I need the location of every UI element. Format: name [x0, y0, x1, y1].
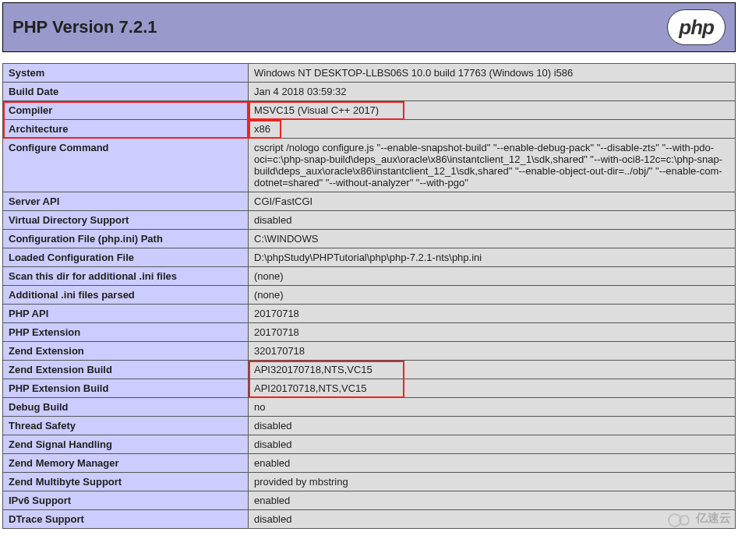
- table-row: Virtual Directory Supportdisabled: [3, 211, 736, 230]
- row-label: System: [3, 64, 249, 83]
- table-row: Zend Extension BuildAPI320170718,NTS,VC1…: [3, 361, 736, 379]
- row-value: 20170718: [249, 323, 736, 342]
- table-row: PHP Extension BuildAPI20170718,NTS,VC15: [3, 379, 736, 398]
- row-value: cscript /nologo configure.js "--enable-s…: [249, 139, 736, 192]
- php-logo-text: php: [679, 17, 714, 37]
- row-value: API320170718,NTS,VC15: [249, 361, 736, 379]
- row-label: Zend Multibyte Support: [3, 473, 249, 491]
- row-label: Virtual Directory Support: [3, 211, 249, 230]
- table-row: CompilerMSVC15 (Visual C++ 2017): [3, 101, 736, 120]
- row-value: no: [249, 398, 736, 417]
- row-label: Server API: [3, 192, 249, 211]
- row-label: Loaded Configuration File: [3, 248, 249, 267]
- page-title: PHP Version 7.2.1: [12, 17, 157, 37]
- row-label: Zend Extension: [3, 342, 249, 361]
- row-label: Build Date: [3, 83, 249, 101]
- row-label: PHP Extension: [3, 323, 249, 342]
- row-value: API20170718,NTS,VC15: [249, 379, 736, 398]
- row-label: Configure Command: [3, 139, 249, 192]
- row-value: enabled: [249, 454, 736, 473]
- row-label: IPv6 Support: [3, 491, 249, 510]
- row-value: enabled: [249, 491, 736, 510]
- row-value: disabled: [249, 510, 736, 529]
- row-label: Zend Memory Manager: [3, 454, 249, 473]
- row-value: disabled: [249, 417, 736, 435]
- phpinfo-table: SystemWindows NT DESKTOP-LLBS06S 10.0 bu…: [2, 63, 736, 529]
- table-row: IPv6 Supportenabled: [3, 491, 736, 510]
- row-label: Thread Safety: [3, 417, 249, 435]
- table-row: Architecturex86: [3, 120, 736, 139]
- row-value: provided by mbstring: [249, 473, 736, 491]
- table-row: Zend Signal Handlingdisabled: [3, 435, 736, 454]
- table-row: Configure Commandcscript /nologo configu…: [3, 139, 736, 192]
- table-row: Configuration File (php.ini) PathC:\WIND…: [3, 230, 736, 248]
- table-row: Zend Multibyte Supportprovided by mbstri…: [3, 473, 736, 491]
- table-row: Scan this dir for additional .ini files(…: [3, 267, 736, 286]
- page: PHP Version 7.2.1 php SystemWindows NT D…: [2, 2, 736, 529]
- row-value: 320170718: [249, 342, 736, 361]
- row-label: Zend Signal Handling: [3, 435, 249, 454]
- row-label: Architecture: [3, 120, 249, 139]
- row-value: disabled: [249, 211, 736, 230]
- row-value: MSVC15 (Visual C++ 2017): [249, 101, 736, 120]
- row-label: Additional .ini files parsed: [3, 286, 249, 305]
- php-logo: php: [667, 9, 726, 45]
- row-value: Windows NT DESKTOP-LLBS06S 10.0 build 17…: [249, 64, 736, 83]
- row-value: (none): [249, 286, 736, 305]
- table-row: SystemWindows NT DESKTOP-LLBS06S 10.0 bu…: [3, 64, 736, 83]
- table-row: Zend Extension320170718: [3, 342, 736, 361]
- row-value: 20170718: [249, 305, 736, 323]
- table-row: DTrace Supportdisabled: [3, 510, 736, 529]
- table-row: Debug Buildno: [3, 398, 736, 417]
- row-value: Jan 4 2018 03:59:32: [249, 83, 736, 101]
- phpinfo-header: PHP Version 7.2.1 php: [2, 2, 736, 52]
- row-value: CGI/FastCGI: [249, 192, 736, 211]
- table-row: Loaded Configuration FileD:\phpStudy\PHP…: [3, 248, 736, 267]
- row-label: Debug Build: [3, 398, 249, 417]
- row-label: Zend Extension Build: [3, 361, 249, 379]
- table-row: PHP API20170718: [3, 305, 736, 323]
- row-label: PHP Extension Build: [3, 379, 249, 398]
- row-label: DTrace Support: [3, 510, 249, 529]
- table-row: PHP Extension20170718: [3, 323, 736, 342]
- table-row: Build DateJan 4 2018 03:59:32: [3, 83, 736, 101]
- row-value: C:\WINDOWS: [249, 230, 736, 248]
- row-label: Configuration File (php.ini) Path: [3, 230, 249, 248]
- table-row: Zend Memory Managerenabled: [3, 454, 736, 473]
- row-label: Compiler: [3, 101, 249, 120]
- table-row: Thread Safetydisabled: [3, 417, 736, 435]
- table-row: Additional .ini files parsed(none): [3, 286, 736, 305]
- row-value: x86: [249, 120, 736, 139]
- row-label: PHP API: [3, 305, 249, 323]
- row-value: D:\phpStudy\PHPTutorial\php\php-7.2.1-nt…: [249, 248, 736, 267]
- row-label: Scan this dir for additional .ini files: [3, 267, 249, 286]
- row-value: disabled: [249, 435, 736, 454]
- row-value: (none): [249, 267, 736, 286]
- table-row: Server APICGI/FastCGI: [3, 192, 736, 211]
